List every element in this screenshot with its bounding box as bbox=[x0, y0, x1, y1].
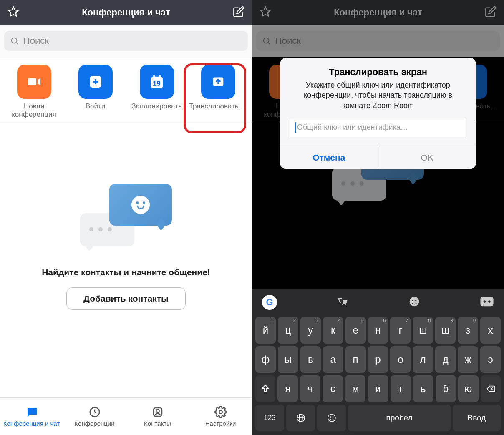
google-icon[interactable]: G bbox=[262, 295, 277, 310]
key-м[interactable]: м bbox=[345, 375, 365, 402]
key-п[interactable]: п bbox=[345, 346, 366, 373]
screen-right: Конференция и чат Поиск Новая конференци… bbox=[252, 0, 504, 435]
key-ш[interactable]: ш8 bbox=[413, 317, 433, 344]
svg-point-15 bbox=[219, 410, 222, 414]
key-е[interactable]: е5 bbox=[345, 317, 366, 344]
key-х[interactable]: х bbox=[480, 317, 501, 344]
dialog-cancel-button[interactable]: Отмена bbox=[280, 146, 378, 169]
search-input[interactable]: Поиск bbox=[4, 31, 248, 51]
tab-meetings[interactable]: Конференции bbox=[63, 398, 126, 435]
enter-key[interactable]: Ввод bbox=[453, 405, 501, 431]
key-т[interactable]: т bbox=[391, 375, 411, 402]
key-ю[interactable]: ю bbox=[458, 375, 479, 402]
tab-settings[interactable]: Настройки bbox=[189, 398, 252, 435]
chat-icon bbox=[25, 406, 39, 418]
key-б[interactable]: б bbox=[436, 375, 456, 402]
share-screen-icon bbox=[201, 65, 235, 99]
globe-key[interactable] bbox=[286, 405, 315, 431]
svg-rect-3 bbox=[28, 78, 36, 85]
add-contacts-button[interactable]: Добавить контакты bbox=[66, 287, 186, 310]
svg-line-2 bbox=[16, 43, 18, 44]
numeric-key[interactable]: 123 bbox=[255, 405, 284, 431]
gif-icon[interactable] bbox=[480, 296, 494, 309]
emoji-key[interactable] bbox=[317, 405, 346, 431]
svg-point-22 bbox=[410, 297, 419, 307]
svg-marker-0 bbox=[8, 7, 18, 16]
favorites-icon bbox=[260, 6, 271, 19]
dialog-ok-button[interactable]: OK bbox=[378, 146, 476, 169]
key-ф[interactable]: ф bbox=[255, 346, 276, 373]
video-icon bbox=[17, 65, 51, 99]
action-new-meeting[interactable]: Новая конференция bbox=[5, 65, 63, 118]
clock-icon bbox=[88, 406, 101, 418]
onscreen-keyboard: G й1ц2у3к4е5н6г7ш8щ9з0х фывапролджэ ячсм… bbox=[252, 289, 504, 435]
key-й[interactable]: й1 bbox=[255, 317, 276, 344]
keyboard-row-3: ячсмитьбю bbox=[255, 374, 501, 403]
key-ц[interactable]: ц2 bbox=[278, 317, 298, 344]
input-placeholder: Общий ключ или идентифика… bbox=[297, 123, 408, 132]
key-у[interactable]: у3 bbox=[300, 317, 321, 344]
translate-icon[interactable] bbox=[336, 295, 349, 309]
svg-rect-25 bbox=[480, 297, 493, 307]
key-и[interactable]: и bbox=[368, 375, 388, 402]
tab-bar: Конференция и чат Конференции Контакты Н… bbox=[0, 397, 252, 435]
compose-icon[interactable] bbox=[233, 6, 244, 19]
svg-point-14 bbox=[156, 410, 159, 413]
key-в[interactable]: в bbox=[300, 346, 321, 373]
key-щ[interactable]: щ9 bbox=[435, 317, 456, 344]
key-с[interactable]: с bbox=[323, 375, 343, 402]
share-screen-dialog: Транслировать экран Укажите общий ключ и… bbox=[280, 58, 476, 169]
svg-point-35 bbox=[333, 417, 333, 417]
shift-key[interactable] bbox=[255, 375, 275, 402]
space-key[interactable]: пробел bbox=[348, 405, 451, 431]
calendar-icon: 19 bbox=[140, 65, 174, 99]
key-я[interactable]: я bbox=[277, 375, 298, 402]
svg-point-1 bbox=[12, 38, 17, 43]
keyboard-toolbar: G bbox=[255, 292, 501, 316]
search-input-dimmed: Поиск bbox=[256, 31, 500, 51]
sticker-icon[interactable] bbox=[408, 295, 421, 309]
svg-marker-16 bbox=[260, 7, 270, 16]
dialog-description: Укажите общий ключ или идентификатор кон… bbox=[290, 80, 466, 111]
favorites-icon[interactable] bbox=[8, 6, 19, 19]
gear-icon bbox=[214, 406, 227, 418]
key-о[interactable]: о bbox=[390, 346, 411, 373]
key-л[interactable]: л bbox=[413, 346, 433, 373]
key-г[interactable]: г7 bbox=[390, 317, 411, 344]
empty-state: Найдите контакты и начните общение! Доба… bbox=[0, 121, 252, 397]
key-ч[interactable]: ч bbox=[300, 375, 320, 402]
key-к[interactable]: к4 bbox=[323, 317, 343, 344]
svg-point-34 bbox=[330, 417, 331, 417]
tab-contacts[interactable]: Контакты bbox=[126, 398, 189, 435]
key-н[interactable]: н6 bbox=[368, 317, 388, 344]
plus-icon bbox=[78, 65, 113, 99]
screen-left: Конференция и чат Поиск Новая конференци… bbox=[0, 0, 252, 435]
key-ь[interactable]: ь bbox=[413, 375, 433, 402]
search-bar-container: Поиск bbox=[0, 25, 252, 57]
compose-icon bbox=[485, 6, 496, 19]
action-schedule[interactable]: 19 Запланировать bbox=[128, 65, 186, 118]
key-ж[interactable]: ж bbox=[458, 346, 478, 373]
dialog-title: Транслировать экран bbox=[290, 67, 466, 78]
svg-point-27 bbox=[488, 300, 491, 303]
svg-point-33 bbox=[328, 414, 335, 422]
svg-line-18 bbox=[268, 43, 270, 44]
key-э[interactable]: э bbox=[480, 346, 501, 373]
action-join[interactable]: Войти bbox=[66, 65, 125, 118]
tab-chat[interactable]: Конференция и чат bbox=[0, 398, 63, 435]
action-share-screen[interactable]: Транслировать э... bbox=[189, 65, 247, 118]
key-а[interactable]: а bbox=[323, 346, 343, 373]
sharing-key-input[interactable]: Общий ключ или идентифика… bbox=[290, 118, 466, 137]
globe-icon bbox=[296, 413, 306, 423]
key-ы[interactable]: ы bbox=[278, 346, 298, 373]
svg-point-24 bbox=[415, 300, 416, 301]
backspace-key[interactable] bbox=[481, 375, 501, 402]
svg-point-17 bbox=[264, 38, 269, 43]
emoji-icon bbox=[327, 413, 337, 423]
key-д[interactable]: д bbox=[435, 346, 456, 373]
key-з[interactable]: з0 bbox=[458, 317, 478, 344]
app-header-dimmed: Конференция и чат bbox=[252, 0, 504, 25]
shift-icon bbox=[260, 384, 270, 394]
key-р[interactable]: р bbox=[368, 346, 388, 373]
contacts-icon bbox=[151, 406, 164, 418]
